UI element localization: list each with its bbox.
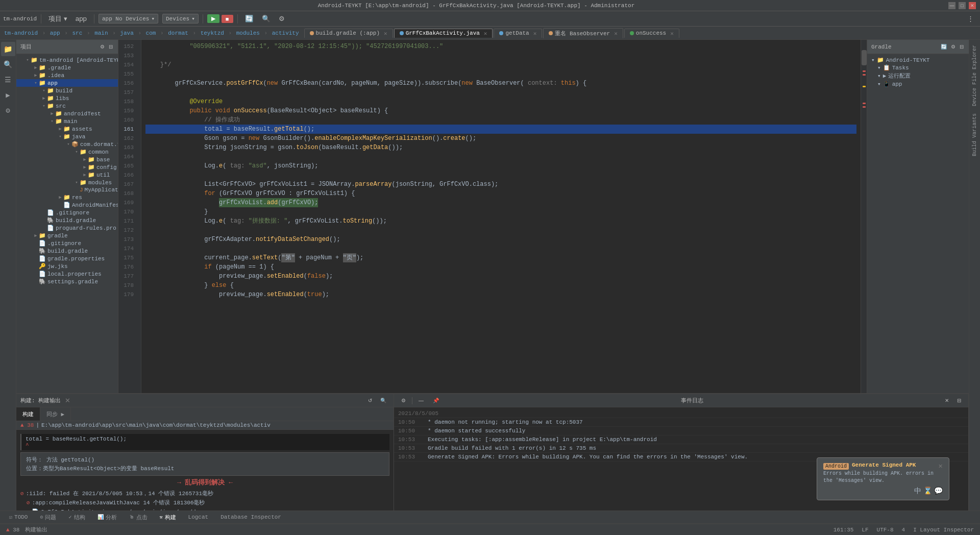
tree-settings-gradle[interactable]: ▶ 🐘 settings.gradle [16, 278, 118, 285]
breadcrumb-com[interactable]: com [146, 30, 156, 36]
tree-buildgradle-app[interactable]: ▶ 🐘 build.gradle [16, 216, 118, 224]
close-button[interactable]: ✕ [969, 2, 976, 9]
breadcrumb-main[interactable]: main [94, 30, 108, 36]
maximize-button[interactable]: □ [959, 2, 966, 9]
tab-getdata[interactable]: getData ✕ [494, 29, 542, 38]
build-close-btn[interactable]: ✕ [65, 397, 70, 404]
status-position[interactable]: 161:35 [831, 527, 856, 533]
event-close-btn[interactable]: ✕ [942, 397, 952, 404]
event-clear-btn[interactable]: — [415, 397, 427, 404]
event-item-3[interactable]: 10:53 Executing tasks: [:app:assembleRel… [394, 435, 968, 444]
event-settings-btn[interactable]: ⚙ [398, 397, 409, 404]
tree-myapplication[interactable]: ▶ J MyApplication [16, 186, 118, 193]
gradle-refresh-btn[interactable]: 🔄 [940, 44, 948, 50]
gradle-android-teykt[interactable]: ▾ 📁 Android-TEYKT [867, 56, 969, 64]
breadcrumb-teyktzd[interactable]: teyktzd [201, 30, 224, 36]
activity-structure[interactable]: ☰ [1, 72, 15, 87]
status-build-label[interactable]: ▲ 38 构建输出 [4, 526, 50, 533]
search-button[interactable]: 🔍 [259, 14, 274, 23]
tree-idea[interactable]: ▶ 📁 .idea [16, 71, 118, 79]
event-pin-btn[interactable]: 📌 [430, 397, 442, 404]
event-item-1[interactable]: 10:50 * daemon not running; starting now… [394, 418, 968, 427]
tree-util[interactable]: ▶ 📁 util [16, 171, 118, 179]
app-selector[interactable]: app [72, 14, 90, 23]
tree-root[interactable]: ▾ 📁 tm-android [Android-TEYKT] [16, 56, 118, 64]
gradle-run-config[interactable]: ▾ ▶ 运行配置 [867, 71, 969, 80]
activity-project[interactable]: 📁 [1, 42, 15, 56]
bottom-tab-analysis[interactable]: 📊 分析 [92, 512, 122, 523]
tree-build[interactable]: ▾ 📁 build [16, 87, 118, 94]
build-item-2[interactable]: ⊘ :app:compileReleaseJavaWithJavac 14 个错… [16, 498, 394, 507]
layout-inspector-button[interactable]: I Layout Inspector [911, 527, 976, 533]
no-devices-dropdown[interactable]: app No Devices ▾ [99, 14, 158, 23]
tree-gitignore-app[interactable]: ▶ 📄 .gitignore [16, 209, 118, 216]
status-lf[interactable]: LF [860, 527, 870, 533]
build-tab-sync[interactable]: 同步 ▶ [40, 407, 71, 421]
tree-androidmanifest[interactable]: ▶ 📄 AndroidManifest.xml [16, 201, 118, 209]
sync-button[interactable]: 🔄 [242, 14, 257, 23]
activity-run[interactable]: ▶ [1, 88, 15, 102]
build-tab-build[interactable]: 构建 [16, 407, 40, 421]
tab-build-gradle[interactable]: build.gradle (:app) ✕ [304, 29, 393, 38]
build-filter-btn[interactable]: 🔍 [377, 397, 389, 404]
tree-modules[interactable]: ▾ 📁 modules [16, 179, 118, 186]
right-act-build-variants[interactable]: Build Variants [971, 110, 978, 159]
tab-close-observer[interactable]: ✕ [614, 30, 618, 37]
tree-gradle[interactable]: ▶ 📁 .gradle [16, 64, 118, 71]
notification-popup[interactable]: Android Generate Signed APK ✕ Errors whi… [817, 457, 949, 500]
tree-base[interactable]: ▶ 📁 base [16, 156, 118, 163]
tab-close-success[interactable]: ✕ [670, 30, 674, 37]
tree-app[interactable]: ▾ 📁 app [16, 79, 118, 87]
gradle-app[interactable]: ▾ 📱 app [867, 80, 969, 88]
bottom-tab-build[interactable]: ⚒ 构建 [155, 512, 181, 523]
tree-com-dormat[interactable]: ▾ 📦 com.dormat.teyktzd [16, 140, 118, 148]
breadcrumb-modules[interactable]: modules [236, 30, 260, 36]
gradle-tasks[interactable]: ▾ 📋 Tasks [867, 64, 969, 71]
bottom-tab-click[interactable]: 🖱 点击 [124, 512, 153, 523]
gradle-settings-btn[interactable]: ⚙ [950, 44, 957, 50]
breadcrumb-tm-android[interactable]: tm-android [4, 30, 38, 36]
breadcrumb-dormat[interactable]: dormat [168, 30, 188, 36]
tree-res[interactable]: ▶ 📁 res [16, 193, 118, 201]
devices-dropdown[interactable]: Devices ▾ [162, 14, 199, 23]
tree-gradle-properties[interactable]: ▶ 📄 gradle.properties [16, 255, 118, 262]
build-rerun-btn[interactable]: ↺ [365, 397, 375, 404]
sidebar-pin-btn[interactable]: ⊟ [108, 44, 114, 50]
tree-jwjks[interactable]: ▶ 🔑 jw.jks [16, 262, 118, 270]
bottom-tab-todo[interactable]: ☑ TODO [4, 512, 33, 523]
event-item-4[interactable]: 10:53 Gradle build failed with 1 error(s… [394, 444, 968, 453]
tree-libs[interactable]: ▶ 📁 libs [16, 94, 118, 102]
build-item-1[interactable]: ⊘ :iild: failed 在 2021/8/5/005 10:53，14 … [16, 489, 394, 498]
gradle-close-btn[interactable]: ⊟ [959, 44, 965, 50]
settings-button[interactable]: ⚙ [276, 14, 288, 23]
activity-search[interactable]: 🔍 [1, 57, 15, 71]
status-indent[interactable]: 4 [900, 527, 908, 533]
event-collapse-btn[interactable]: ⊟ [954, 397, 964, 404]
bottom-tab-logcat[interactable]: Logcat [183, 512, 214, 523]
tree-config[interactable]: ▶ 📁 config [16, 163, 118, 171]
tree-java[interactable]: ▾ 📁 java [16, 133, 118, 140]
breadcrumb-activity[interactable]: activity [272, 30, 299, 36]
tab-onsuccess[interactable]: onSuccess ✕ [624, 29, 679, 38]
tree-gradle-folder[interactable]: ▶ 📁 gradle [16, 232, 118, 239]
bottom-tab-database[interactable]: Database Inspector [215, 512, 286, 523]
breadcrumb-java[interactable]: java [120, 30, 133, 36]
tab-close-build-gradle[interactable]: ✕ [384, 30, 387, 37]
tree-buildgradle-root[interactable]: ▶ 🐘 build.gradle [16, 247, 118, 255]
tree-assets[interactable]: ▶ 📁 assets [16, 125, 118, 133]
run-button[interactable]: ▶ [207, 14, 219, 23]
activity-settings[interactable]: ⚙ [1, 103, 15, 117]
breadcrumb-app[interactable]: app [50, 30, 60, 36]
tree-androidtest[interactable]: ▶ 📁 androidTest [16, 110, 118, 117]
event-item-2[interactable]: 10:50 * daemon started successfully [394, 427, 968, 435]
tree-main[interactable]: ▾ 📁 main [16, 117, 118, 125]
tab-baseobserver[interactable]: 重名 BaseObserver ✕ [543, 28, 623, 38]
tree-src[interactable]: ▾ 📁 src [16, 102, 118, 110]
minimize-button[interactable]: — [948, 2, 955, 9]
tree-gitignore-root[interactable]: ▶ 📄 .gitignore [16, 239, 118, 247]
breadcrumb-src[interactable]: src [72, 30, 82, 36]
right-act-device-file-explorer[interactable]: Device File Explorer [971, 42, 978, 109]
tree-common[interactable]: ▾ 📁 common [16, 148, 118, 156]
sidebar-collapse-btn[interactable]: ⚙ [99, 44, 106, 50]
tab-grffcxbak-activity[interactable]: GrFfCxBakActivity.java ✕ [394, 29, 493, 38]
